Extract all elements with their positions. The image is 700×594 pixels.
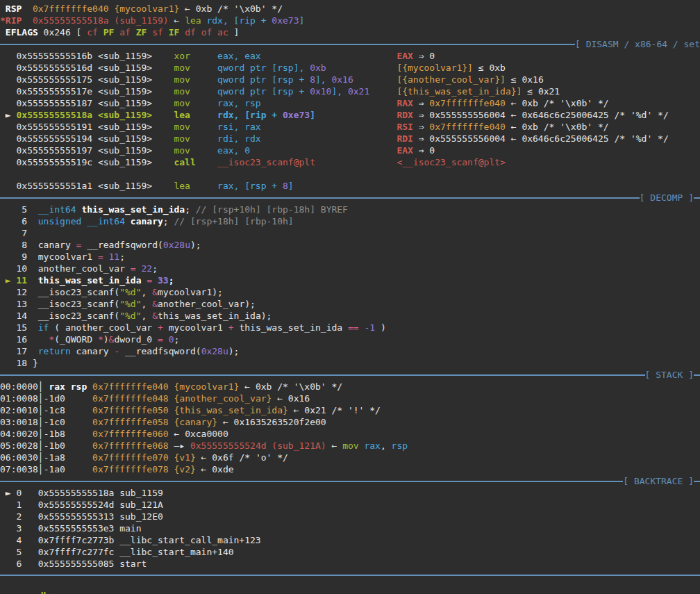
terminal-line: 7 [0, 227, 700, 239]
terminal-line: 06:0030│-1a8 0x7fffffffe070 {v1} ← 0x6f … [0, 452, 700, 463]
terminal-line: 5 0x7ffff7c277fc __libc_start_main+140 [0, 546, 700, 558]
registers-section: RSP 0x7fffffffe040 {mycoolvar1} ← 0xb /*… [0, 3, 700, 38]
section-divider [0, 44, 575, 45]
terminal-line: 0x555555555197 <sub_1159> mov eax, 0 EAX… [0, 145, 700, 156]
stack-header-label: [ STACK ] [645, 369, 694, 381]
terminal-line: 8 canary = __readfsqword(0x28u); [0, 239, 700, 251]
terminal-line: 0x5555555551a1 <sub_1159> lea rax, [rsp … [0, 180, 700, 192]
terminal-line: 6 0x555555555085 start [0, 558, 700, 570]
terminal-line: 12 __isoc23_scanf("%d", &mycoolvar1); [0, 286, 700, 298]
terminal-line: 4 0x7ffff7c2773b __libc_start_call_main+… [0, 534, 700, 546]
terminal-line: 18 } [0, 357, 700, 369]
terminal-line: 00:0000│ rax rsp 0x7fffffffe040 {mycoolv… [0, 381, 700, 393]
decomp-header-label: [ DECOMP ] [640, 192, 694, 204]
terminal-line: 02:0010│-1c8 0x7fffffffe050 {this_was_se… [0, 404, 700, 416]
terminal-line: 0x55555555516d <sub_1159> mov qword ptr … [0, 62, 700, 74]
pwndbg-terminal: RSP 0x7fffffffe040 {mycoolvar1} ← 0xb /*… [0, 0, 700, 590]
terminal-line: ► 0 0x55555555518a sub_1159 [0, 487, 700, 499]
section-divider [0, 481, 623, 482]
terminal-line: RSP 0x7fffffffe040 {mycoolvar1} ← 0xb /*… [0, 3, 700, 15]
terminal-line: 0x555555555191 <sub_1159> mov rsi, rax R… [0, 121, 700, 133]
terminal-line: 05:0028│-1b0 0x7fffffffe068 —▸ 0x5555555… [0, 440, 700, 452]
prompt-label: pwndbg> [22, 591, 60, 594]
stack-section: 00:0000│ rax rsp 0x7fffffffe040 {mycoolv… [0, 381, 700, 475]
terminal-line: EFLAGS 0x246 [ cf PF af ZF sf IF df of a… [0, 26, 700, 38]
terminal-line: 01:0008│-1d0 0x7fffffffe048 {another_coo… [0, 393, 700, 404]
terminal-line: 0x55555555516b <sub_1159> xor eax, eax E… [0, 50, 700, 62]
terminal-line: 0x55555555517e <sub_1159> mov qword ptr … [0, 85, 700, 97]
terminal-line: 04:0020│-1b8 0x7fffffffe060 ← 0xca0000 [0, 428, 700, 440]
terminal-line: ► 0x55555555518a <sub_1159> lea rdx, [ri… [0, 109, 700, 121]
disasm-header-label: [ DISASM / x86-64 / set [575, 38, 700, 50]
terminal-line: 14 __isoc23_scanf("%d", &this_was_set_in… [0, 310, 700, 322]
terminal-line: 6 unsigned __int64 canary; // [rsp+18h] … [0, 215, 700, 227]
terminal-line: 5 __int64 this_was_set_in_ida; // [rsp+1… [0, 204, 700, 215]
terminal-line [0, 168, 700, 180]
terminal-line: 10 another_cool_var = 22; [0, 263, 700, 274]
backtrace-header: [ BACKTRACE ] [0, 475, 700, 487]
disasm-header: [ DISASM / x86-64 / set [0, 38, 700, 50]
prompt-line[interactable]: pwndbg> [0, 578, 700, 590]
terminal-line: 1 0x55555555524d sub_121A [0, 499, 700, 511]
terminal-line: 17 return canary - __readfsqword(0x28u); [0, 345, 700, 357]
terminal-line: 15 if ( another_cool_var + mycoolvar1 + … [0, 322, 700, 333]
disasm-section: 0x55555555516b <sub_1159> xor eax, eax E… [0, 50, 700, 192]
backtrace-section: ► 0 0x55555555518a sub_1159 1 0x55555555… [0, 487, 700, 570]
section-divider-tail [694, 197, 700, 199]
section-divider [0, 197, 640, 199]
section-divider-tail [694, 481, 700, 482]
terminal-line: 16 *(_QWORD *)&dword_0 = 0; [0, 333, 700, 345]
section-divider-tail [694, 374, 700, 376]
terminal-line: 03:0018│-1c0 0x7fffffffe058 {canary} ← 0… [0, 416, 700, 428]
terminal-line: 13 __isoc23_scanf("%d", &another_cool_va… [0, 298, 700, 310]
terminal-line: 9 mycoolvar1 = 11; [0, 251, 700, 263]
terminal-line: ► 11 this_was_set_in_ida = 33; [0, 274, 700, 286]
terminal-line: 0x555555555187 <sub_1159> mov rax, rsp R… [0, 97, 700, 109]
prompt-divider [0, 575, 700, 576]
terminal-line: 0x555555555194 <sub_1159> mov rdi, rdx R… [0, 133, 700, 145]
decomp-section: 5 __int64 this_was_set_in_ida; // [rsp+1… [0, 204, 700, 369]
backtrace-header-label: [ BACKTRACE ] [623, 475, 694, 487]
section-divider [0, 374, 645, 376]
terminal-line: 3 0x5555555553e3 main [0, 522, 700, 534]
terminal-line: *RIP 0x55555555518a (sub_1159) ← lea rdx… [0, 15, 700, 26]
terminal-line: 07:0038│-1a0 0x7fffffffe078 {v2} ← 0xde [0, 463, 700, 475]
decomp-header: [ DECOMP ] [0, 192, 700, 204]
stack-header: [ STACK ] [0, 369, 700, 381]
terminal-line: 0x555555555175 <sub_1159> mov qword ptr … [0, 74, 700, 85]
terminal-line: 0x55555555519c <sub_1159> call __isoc23_… [0, 156, 700, 168]
terminal-line: 2 0x555555555313 sub_12E0 [0, 511, 700, 522]
